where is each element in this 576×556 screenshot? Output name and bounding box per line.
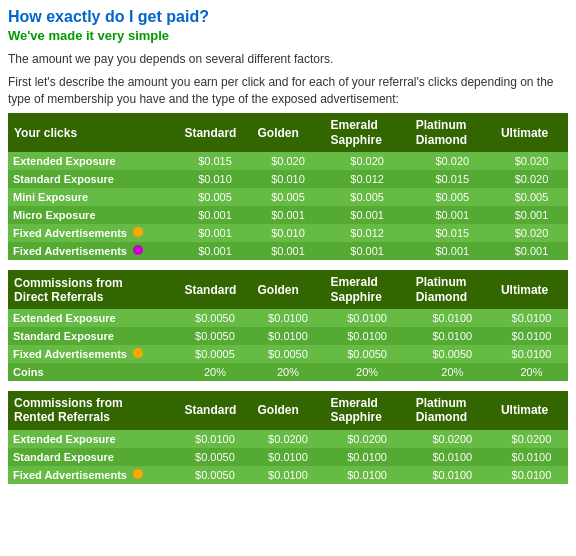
row-label: Extended Exposure <box>8 152 178 170</box>
row-label: Standard Exposure <box>8 327 178 345</box>
cell-value: $0.001 <box>495 206 568 224</box>
cell-value: $0.001 <box>325 206 410 224</box>
rented-referrals-label: Commissions fromRented Referrals <box>8 391 178 430</box>
cell-value: $0.015 <box>178 152 251 170</box>
row-label: Extended Exposure <box>8 309 178 327</box>
col-header-ultimate-1: Ultimate <box>495 113 568 152</box>
cell-value: $0.0050 <box>410 345 495 363</box>
col-header-golden-1: Golden <box>251 113 324 152</box>
col-header-platinum-1: PlatinumDiamond <box>410 113 495 152</box>
col-header-emerald-3: EmeraldSapphire <box>325 391 410 430</box>
cell-value: $0.0050 <box>178 448 251 466</box>
cell-value: $0.0100 <box>325 327 410 345</box>
row-label: Fixed Advertisements <box>8 466 178 484</box>
col-header-standard-3: Standard <box>178 391 251 430</box>
section-direct-referrals: Commissions fromDirect Referrals Standar… <box>8 270 568 381</box>
table-row: Fixed Advertisements $0.0050 $0.0100 $0.… <box>8 466 568 484</box>
row-label: Fixed Advertisements <box>8 242 178 260</box>
row-label: Fixed Advertisements <box>8 345 178 363</box>
cell-value: $0.020 <box>251 152 324 170</box>
cell-value: $0.015 <box>410 170 495 188</box>
table-row: Standard Exposure $0.010 $0.010 $0.012 $… <box>8 170 568 188</box>
orange-dot-icon <box>133 469 143 479</box>
table-row: Micro Exposure $0.001 $0.001 $0.001 $0.0… <box>8 206 568 224</box>
row-label: Micro Exposure <box>8 206 178 224</box>
cell-value: $0.001 <box>410 206 495 224</box>
cell-value: $0.0050 <box>178 466 251 484</box>
cell-value: $0.0100 <box>178 430 251 448</box>
cell-value: $0.0100 <box>410 466 495 484</box>
cell-value: $0.020 <box>325 152 410 170</box>
cell-value: $0.001 <box>178 224 251 242</box>
cell-value: $0.012 <box>325 224 410 242</box>
cell-value: $0.001 <box>251 206 324 224</box>
cell-value: $0.001 <box>325 242 410 260</box>
cell-value: $0.0050 <box>325 345 410 363</box>
cell-value: 20% <box>410 363 495 381</box>
cell-value: $0.020 <box>495 152 568 170</box>
cell-value: $0.0100 <box>495 327 568 345</box>
row-label: Extended Exposure <box>8 430 178 448</box>
section-rented-referrals: Commissions fromRented Referrals Standar… <box>8 391 568 484</box>
row-label: Standard Exposure <box>8 448 178 466</box>
direct-referrals-label: Commissions fromDirect Referrals <box>8 270 178 309</box>
cell-value: $0.0200 <box>495 430 568 448</box>
page-heading: How exactly do I get paid? <box>8 8 568 26</box>
cell-value: $0.0100 <box>325 448 410 466</box>
cell-value: $0.0100 <box>251 448 324 466</box>
orange-dot-icon <box>133 227 143 237</box>
cell-value: $0.0100 <box>325 466 410 484</box>
rented-referrals-header-row: Commissions fromRented Referrals Standar… <box>8 391 568 430</box>
table-row: Fixed Advertisements $0.001 $0.001 $0.00… <box>8 242 568 260</box>
table-row: Fixed Advertisements $0.0005 $0.0050 $0.… <box>8 345 568 363</box>
cell-value: $0.001 <box>178 242 251 260</box>
cell-value: $0.015 <box>410 224 495 242</box>
cell-value: $0.020 <box>495 170 568 188</box>
para2: First let's describe the amount you earn… <box>8 74 568 108</box>
cell-value: $0.0050 <box>178 327 251 345</box>
cell-value: $0.010 <box>178 170 251 188</box>
cell-value: 20% <box>178 363 251 381</box>
table-row: Standard Exposure $0.0050 $0.0100 $0.010… <box>8 448 568 466</box>
cell-value: $0.0200 <box>251 430 324 448</box>
cell-value: $0.020 <box>495 224 568 242</box>
cell-value: $0.0050 <box>178 309 251 327</box>
section-your-clicks: Your clicks Standard Golden EmeraldSapph… <box>8 113 568 260</box>
cell-value: $0.001 <box>495 242 568 260</box>
col-header-golden-3: Golden <box>251 391 324 430</box>
cell-value: $0.0100 <box>325 309 410 327</box>
cell-value: $0.001 <box>251 242 324 260</box>
cell-value: 20% <box>325 363 410 381</box>
cell-value: $0.001 <box>410 242 495 260</box>
cell-value: $0.005 <box>178 188 251 206</box>
cell-value: $0.0100 <box>495 345 568 363</box>
row-label: Mini Exposure <box>8 188 178 206</box>
col-header-standard-1: Standard <box>178 113 251 152</box>
cell-value: $0.0050 <box>251 345 324 363</box>
your-clicks-label: Your clicks <box>8 113 178 152</box>
table-row: Extended Exposure $0.0100 $0.0200 $0.020… <box>8 430 568 448</box>
orange-dot-icon <box>133 348 143 358</box>
col-header-golden-2: Golden <box>251 270 324 309</box>
cell-value: $0.0100 <box>251 309 324 327</box>
col-header-ultimate-3: Ultimate <box>495 391 568 430</box>
cell-value: $0.0200 <box>410 430 495 448</box>
direct-referrals-header-row: Commissions fromDirect Referrals Standar… <box>8 270 568 309</box>
col-header-ultimate-2: Ultimate <box>495 270 568 309</box>
cell-value: $0.0100 <box>251 466 324 484</box>
cell-value: $0.0005 <box>178 345 251 363</box>
cell-value: $0.0100 <box>495 309 568 327</box>
purple-dot-icon <box>133 245 143 255</box>
cell-value: $0.012 <box>325 170 410 188</box>
cell-value: $0.0200 <box>325 430 410 448</box>
table-row: Fixed Advertisements $0.001 $0.010 $0.01… <box>8 224 568 242</box>
cell-value: $0.010 <box>251 170 324 188</box>
cell-value: $0.0100 <box>410 327 495 345</box>
col-header-platinum-3: PlatinumDiamond <box>410 391 495 430</box>
col-header-standard-2: Standard <box>178 270 251 309</box>
row-label: Coins <box>8 363 178 381</box>
cell-value: 20% <box>495 363 568 381</box>
cell-value: $0.005 <box>251 188 324 206</box>
col-header-emerald-1: EmeraldSapphire <box>325 113 410 152</box>
row-label: Standard Exposure <box>8 170 178 188</box>
